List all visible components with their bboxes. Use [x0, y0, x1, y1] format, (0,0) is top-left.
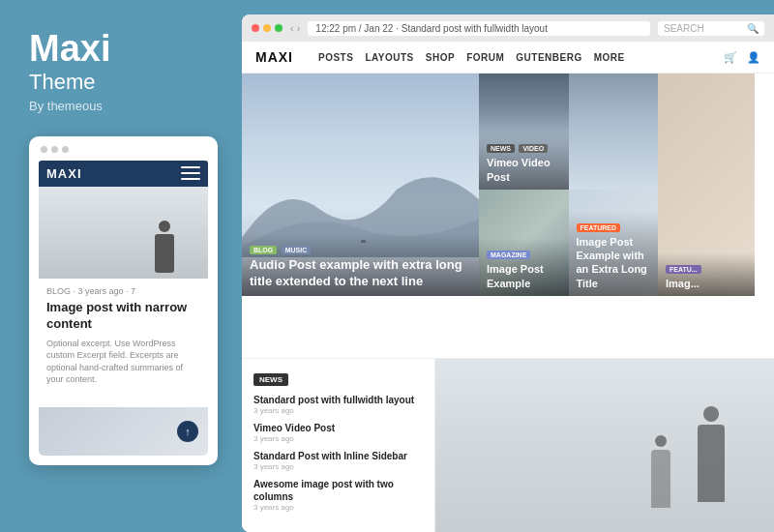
address-bar[interactable]: 12:22 pm / Jan 22 · Standard post with f… — [308, 21, 650, 36]
bottom-feature-image — [435, 359, 774, 532]
grid-item-mid-right-1[interactable]: MAGAZINE Image Post Example — [479, 190, 569, 296]
title-maxi: Maxi — [29, 29, 218, 70]
dot-3 — [62, 146, 69, 153]
nav-posts[interactable]: POSTS — [318, 52, 353, 63]
mobile-bottom: ↑ — [39, 407, 208, 456]
grid-item-mid-center[interactable]: FEATURED Image Post Example with an Extr… — [569, 190, 659, 296]
nav-more-icons: 🛒 👤 — [724, 51, 760, 64]
mc-title: Image Post Example with an Extra Long Ti… — [577, 235, 651, 290]
tag-music: MUSIC — [282, 246, 312, 254]
large-item-tags: BLOG MUSIC — [250, 239, 471, 257]
fr-overlay: FEATU... Imag... — [658, 252, 755, 296]
tag-video: VIDEO — [519, 144, 548, 153]
browser-dots — [252, 24, 283, 32]
person-head-2 — [655, 435, 667, 447]
mobile-header: MAXI — [39, 161, 208, 187]
grid-item-top-right[interactable]: NEWS VIDEO Vimeo Video Post — [479, 74, 569, 190]
maximize-dot[interactable] — [275, 24, 283, 32]
large-item-overlay: BLOG MUSIC Audio Post example with extra… — [242, 233, 479, 296]
news-item-2[interactable]: Vimeo Video Post 3 years ago — [253, 422, 423, 443]
news-item-3-title: Standard Post with Inline Sidebar — [253, 450, 423, 462]
browser-bar: ‹ › 12:22 pm / Jan 22 · Standard post wi… — [242, 15, 774, 42]
bottom-section: NEWS Standard post with fullwidth layout… — [242, 358, 774, 532]
mobile-post-title: Image post with narrow content — [46, 300, 200, 333]
news-item-3-date: 3 years ago — [253, 462, 423, 471]
nav-more[interactable]: MORE — [594, 52, 625, 63]
tr-title: Vimeo Video Post — [487, 156, 561, 184]
minimize-dot[interactable] — [263, 24, 271, 32]
search-icon: 🔍 — [747, 23, 759, 34]
browser-search[interactable]: SEARCH 🔍 — [658, 21, 764, 36]
large-item-title: Audio Post example with extra long title… — [250, 257, 471, 290]
user-icon[interactable]: 👤 — [747, 51, 760, 64]
mr1-tags: MAGAZINE — [487, 244, 561, 262]
mc-overlay: FEATURED Image Post Example with an Extr… — [569, 211, 659, 296]
title-theme: Theme — [29, 70, 218, 95]
fr-tags: FEATU... — [666, 258, 747, 277]
grid-item-top-center[interactable] — [569, 74, 659, 190]
mr1-overlay: MAGAZINE Image Post Example — [479, 238, 569, 296]
news-item-1-title: Standard post with fullwidth layout — [253, 394, 423, 406]
person-silhouette-2 — [643, 435, 677, 532]
tag-featured: FEATURED — [577, 223, 621, 232]
mobile-mockup: MAXI BLOG · 3 years ago · 7 Image post w… — [29, 136, 218, 465]
tr-overlay: NEWS VIDEO Vimeo Video Post — [479, 132, 569, 190]
tr-tags: NEWS VIDEO — [487, 137, 561, 156]
dot-1 — [41, 146, 47, 153]
news-item-4-date: 3 years ago — [253, 503, 423, 512]
mobile-post-image — [39, 187, 208, 279]
news-item-1[interactable]: Standard post with fullwidth layout 3 ye… — [253, 394, 423, 415]
mobile-post-excerpt: Optional excerpt. Use WordPress custom E… — [46, 338, 200, 386]
title-by: By themeous — [29, 99, 218, 113]
site-nav: MAXI POSTS LAYOUTS SHOP FORUM GUTENBERG … — [242, 42, 774, 74]
person-body-2 — [651, 450, 670, 508]
news-list: NEWS Standard post with fullwidth layout… — [242, 359, 435, 532]
tag-blog: BLOG — [250, 246, 277, 254]
mr1-title: Image Post Example — [487, 262, 561, 290]
address-text: 12:22 pm / Jan 22 · Standard post with f… — [315, 23, 548, 34]
scroll-top-button[interactable]: ↑ — [177, 421, 198, 442]
browser-window: ‹ › 12:22 pm / Jan 22 · Standard post wi… — [242, 15, 774, 532]
mobile-dots — [39, 146, 208, 153]
search-placeholder: SEARCH — [664, 23, 704, 34]
fr-title: Imag... — [666, 277, 747, 290]
mc-tags: FEATURED — [577, 217, 651, 235]
left-panel: Maxi Theme By themeous MAXI BLOG · 3 yea… — [0, 0, 237, 532]
site-content: MAXI POSTS LAYOUTS SHOP FORUM GUTENBERG … — [242, 42, 774, 532]
site-logo[interactable]: MAXI — [255, 49, 293, 65]
news-item-2-title: Vimeo Video Post — [253, 422, 423, 434]
forward-icon[interactable]: › — [297, 22, 301, 34]
person-head — [703, 406, 719, 422]
news-item-2-date: 3 years ago — [253, 434, 423, 443]
nav-shop[interactable]: SHOP — [426, 52, 455, 63]
grid-item-far-right[interactable]: FEATU... Imag... — [658, 74, 755, 296]
nav-items: POSTS LAYOUTS SHOP FORUM GUTENBERG MORE — [318, 52, 625, 63]
nav-gutenberg[interactable]: GUTENBERG — [516, 52, 581, 63]
app-title: Maxi Theme By themeous — [29, 29, 218, 136]
news-item-4-title: Awesome image post with two columns — [253, 478, 423, 503]
tag-feat-partial: FEATU... — [666, 265, 701, 274]
nav-layouts[interactable]: LAYOUTS — [365, 52, 413, 63]
news-item-3[interactable]: Standard Post with Inline Sidebar 3 year… — [253, 450, 423, 471]
browser-nav[interactable]: ‹ › — [290, 22, 300, 34]
person-figure — [150, 221, 179, 279]
person-body — [698, 425, 725, 502]
featured-grid: BLOG MUSIC Audio Post example with extra… — [242, 74, 774, 358]
mobile-post-meta: BLOG · 3 years ago · 7 — [46, 286, 200, 296]
person-silhouette — [687, 406, 735, 532]
back-icon[interactable]: ‹ — [290, 22, 294, 34]
grid-item-large[interactable]: BLOG MUSIC Audio Post example with extra… — [242, 74, 479, 296]
dot-2 — [51, 146, 58, 153]
hamburger-icon[interactable] — [181, 166, 200, 180]
mobile-post-content: BLOG · 3 years ago · 7 Image post with n… — [39, 279, 208, 394]
news-tag-label: NEWS — [253, 373, 288, 386]
mobile-logo: MAXI — [46, 166, 82, 181]
news-item-4[interactable]: Awesome image post with two columns 3 ye… — [253, 478, 423, 512]
cart-icon[interactable]: 🛒 — [724, 51, 737, 64]
nav-forum[interactable]: FORUM — [466, 52, 504, 63]
close-dot[interactable] — [252, 24, 259, 32]
tag-magazine: MAGAZINE — [487, 251, 530, 259]
tag-news: NEWS — [487, 144, 515, 153]
news-item-1-date: 3 years ago — [253, 406, 423, 415]
